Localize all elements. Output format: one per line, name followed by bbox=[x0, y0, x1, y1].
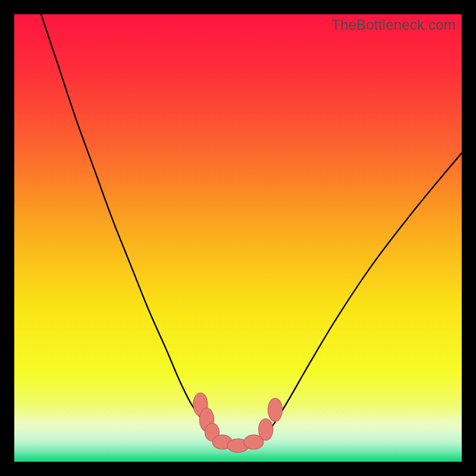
chart-frame: TheBottleneck.com bbox=[0, 0, 476, 476]
chart-svg bbox=[14, 14, 462, 462]
watermark-text: TheBottleneck.com bbox=[331, 17, 456, 33]
curve-marker bbox=[259, 419, 273, 440]
plot-area: TheBottleneck.com bbox=[14, 14, 462, 462]
curve-markers bbox=[193, 393, 283, 452]
curve-marker bbox=[268, 398, 282, 421]
bottleneck-curve bbox=[41, 14, 462, 446]
